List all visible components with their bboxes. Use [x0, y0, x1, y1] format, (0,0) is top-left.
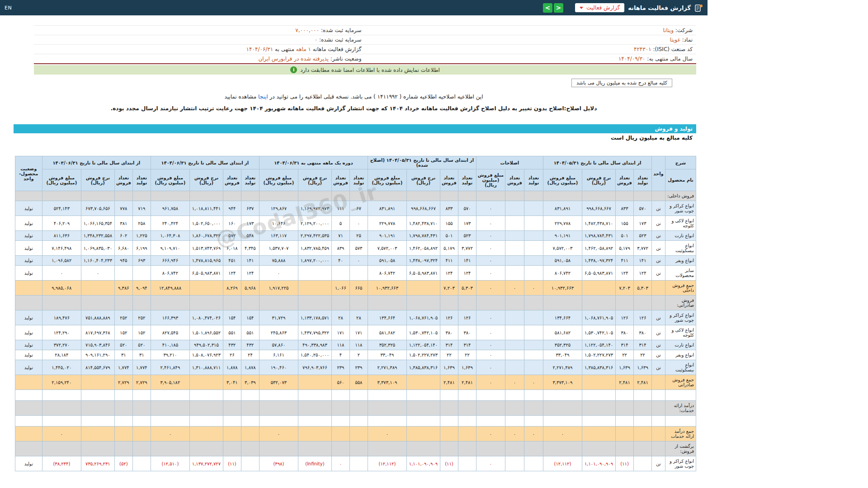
- value-cell: ۱۵۴: [223, 310, 241, 325]
- value-cell: [582, 401, 616, 416]
- unit-cell: تن: [652, 360, 665, 375]
- value-cell: ۷,۵۷۲,۰۰۳: [543, 241, 582, 256]
- value-cell: ۶,۱۹۹: [132, 241, 151, 256]
- value-cell: ۲,۱۵۹,۲۴۰: [42, 375, 81, 390]
- unit-cell: [652, 441, 665, 456]
- value-cell: ۲۲: [458, 350, 476, 360]
- value-cell: [42, 191, 81, 201]
- value-cell: ۱۹۰,۴۶۰: [259, 360, 298, 375]
- table-row: برگشت از فروش:: [15, 441, 696, 456]
- value-cell: ۷,۲۰۳: [440, 281, 458, 296]
- value-cell: ۱,۴۸۲,۴۳۸,۷۱۰: [582, 216, 616, 231]
- value-cell: ۹۹۸,۶۶۸,۶۶۷: [582, 201, 616, 216]
- value-cell: (۱۱): [223, 456, 241, 471]
- info-row-symbol: نماد: غویتا سرمایه ثبت نشده: ۰: [34, 35, 696, 45]
- value-cell: [634, 416, 652, 427]
- value-cell: ۲۲: [616, 350, 634, 360]
- value-cell: [634, 456, 652, 471]
- value-cell: ۳,۷۷۲: [458, 241, 476, 256]
- value-cell: ۱,۶۳۹: [440, 360, 458, 375]
- value-cell: ۸,۲۶۹: [223, 281, 241, 296]
- value-cell: ۶۹۳: [132, 256, 151, 266]
- value-cell: [331, 390, 349, 401]
- value-cell: [524, 416, 543, 427]
- value-cell: ۵۹۱,۰۵۸: [543, 256, 582, 266]
- company-value[interactable]: ویتانا: [663, 27, 674, 33]
- value-cell: ۲۸,۱۸۴: [42, 350, 81, 360]
- value-cell: ۰: [476, 231, 505, 241]
- value-cell: [616, 401, 634, 416]
- value-cell: [406, 427, 440, 441]
- value-cell: ۱۲۴: [616, 266, 634, 281]
- name-cell: انواع کراکر و چوب شور: [665, 310, 696, 325]
- value-cell: [582, 390, 616, 401]
- value-cell: [132, 441, 151, 456]
- amendment-text-post: مشاهده نمایید: [224, 94, 256, 100]
- value-cell: ۲,۴۸۱: [440, 375, 458, 390]
- value-cell: ۸۳۹: [331, 241, 349, 256]
- table-row: انواع کراکر و چوب شورتن۱۲۶۱۲۶۱,۰۶۸,۷۶۱,۹…: [15, 310, 696, 325]
- symbol-value[interactable]: غویتا: [670, 37, 680, 43]
- report-type-dropdown[interactable]: گزارش فعالیت: [575, 3, 624, 12]
- value-cell: ۰: [505, 427, 524, 441]
- value-cell: ۰: [476, 216, 505, 231]
- value-cell: ۱,۱۳۳,۱۷۸,۵۷۱: [298, 310, 331, 325]
- value-cell: ۱,۵۳۰,۷۴۲,۱۰۵: [406, 325, 440, 340]
- report-period-value[interactable]: ۱ ماهه: [296, 46, 311, 52]
- value-cell: ۴۳۲: [241, 340, 259, 350]
- value-cell: ۵,۹۶۸: [241, 281, 259, 296]
- header-subcol: تعداد فروش: [440, 169, 458, 191]
- value-cell: ۶۳۷: [241, 201, 259, 216]
- previous-version-link[interactable]: اینجا: [258, 94, 268, 100]
- unit-cell: [652, 296, 665, 310]
- value-cell: ۱۷۳: [634, 216, 652, 231]
- value-cell: [189, 390, 223, 401]
- status-cell: تولید: [15, 340, 42, 350]
- value-cell: [505, 350, 524, 360]
- header-subcol: مبلغ فروش (میلیون ریال): [42, 169, 81, 191]
- unit-cell: تن: [652, 266, 665, 281]
- value-cell: [505, 241, 524, 256]
- value-cell: [259, 416, 298, 427]
- name-cell: انواع ویفر: [665, 350, 696, 360]
- value-cell: ۱,۴۴۵,۰۲۰: [42, 360, 81, 375]
- value-cell: ۵۸۱,۶۸۲: [368, 325, 406, 340]
- info-row-isic: کد صنعت (ISIC): ۴۲۴۳۰۱ گزارش فعالیت ماها…: [34, 45, 696, 54]
- value-cell: ۰: [331, 456, 349, 471]
- prev-report-button[interactable]: <: [554, 3, 563, 13]
- status-cell: تولید: [15, 266, 42, 281]
- value-cell: ۳۳,۰۴۹: [368, 350, 406, 360]
- value-cell: ۱۴۱: [241, 256, 259, 266]
- registered-capital-value: ۷,۰۰۰,۰۰۰: [295, 27, 319, 33]
- language-toggle-en[interactable]: EN: [5, 5, 12, 11]
- header-subcol: تعداد تولید: [132, 169, 151, 191]
- value-cell: ۲: [349, 350, 368, 360]
- header-subcol: تعداد فروش: [223, 169, 241, 191]
- value-cell: [349, 401, 368, 416]
- value-cell: [634, 401, 652, 416]
- value-cell: ۷۵۱,۸۸۸,۸۸۹: [81, 310, 114, 325]
- value-cell: ۱,۱۲۲,۰۵۴,۱۴۰: [406, 340, 440, 350]
- value-cell: ۱,۹۱۷,۲۲۵: [259, 281, 298, 296]
- company-info-table: شرکت: ویتانا سرمایه ثبت شده: ۷,۰۰۰,۰۰۰ ن…: [34, 25, 696, 64]
- value-cell: ۸۳۱,۸۹۱: [368, 201, 406, 216]
- next-report-button[interactable]: >: [543, 3, 552, 13]
- status-cell: تولید: [15, 325, 42, 340]
- value-cell: [349, 427, 368, 441]
- value-cell: ۷۹۶,۹۰۳,۷۶۶: [298, 360, 331, 375]
- value-cell: ۳۸۱: [114, 216, 132, 231]
- chevron-down-icon: [580, 7, 583, 9]
- value-cell: ۲,۲۷۱,۳۸۹: [543, 360, 582, 375]
- value-cell: ۵۷۲: [223, 231, 241, 241]
- header-subcol: تعداد تولید: [241, 169, 259, 191]
- value-cell: ۵۲۰: [132, 340, 151, 350]
- header-subcol: تعداد فروش: [331, 169, 349, 191]
- value-cell: ۵۰۱: [440, 231, 458, 241]
- value-cell: ۶,۰۱۸: [223, 241, 241, 256]
- name-cell: انواع بیسکوئیت: [665, 241, 696, 256]
- header-subcol: تعداد تولید: [349, 169, 368, 191]
- production-sales-table: شرحواحداز ابتدای سال مالی تا تاریخ ۱۴۰۴/…: [15, 156, 696, 471]
- value-cell: ۸۱۱,۶۳۶: [42, 231, 81, 241]
- value-cell: ۲۲: [440, 350, 458, 360]
- value-cell: ۲۳۹: [331, 360, 349, 375]
